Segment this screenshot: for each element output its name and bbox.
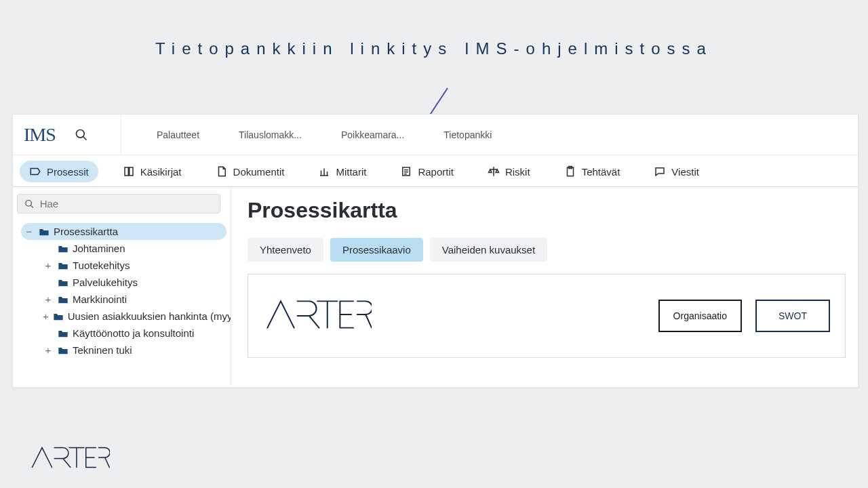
topnav-tietopankki[interactable]: Tietopankki [443, 129, 492, 140]
tab-label: Raportit [418, 166, 454, 178]
tab-label: Viestit [671, 166, 699, 178]
tree-item-palvelukehitys[interactable]: Palvelukehitys [40, 274, 226, 291]
tab-prosessit[interactable]: Prosessit [20, 161, 98, 182]
folder-icon [58, 278, 68, 287]
tab-label: Tehtävät [582, 166, 620, 178]
tab-label: Dokumentit [233, 166, 285, 178]
folder-icon [58, 329, 68, 338]
subtab-yhteenveto[interactable]: Yhteenveto [248, 238, 323, 262]
sidebar-search-input[interactable] [40, 198, 213, 209]
tree-item-kayttoonotto[interactable]: Käyttöönotto ja konsultointi [40, 325, 226, 342]
tree-item-tekninen-tuki[interactable]: + Tekninen tuki [40, 342, 226, 359]
arter-logo-icon [263, 296, 372, 333]
svg-line-3 [83, 136, 86, 140]
scale-icon [488, 165, 500, 178]
tab-tehtavat[interactable]: Tehtävät [555, 161, 630, 182]
tab-mittarit[interactable]: Mittarit [309, 161, 376, 182]
tabbar: Prosessit Käsikirjat Dokumentit Mittarit… [13, 155, 858, 187]
tab-label: Käsikirjat [140, 166, 182, 178]
tree-label: Johtaminen [73, 243, 125, 254]
page-title: Prosessikartta [248, 198, 842, 223]
tree-item-markkinointi[interactable]: + Markkinointi [40, 291, 226, 308]
subtab-prosessikaavio[interactable]: Prosessikaavio [330, 238, 423, 262]
tree-item-uusien-asiakkuuksien[interactable]: + Uusien asiakkuuksien hankinta (myynti) [40, 308, 226, 325]
expand-icon[interactable]: + [43, 260, 54, 271]
topnav-poikkeamaraportit[interactable]: Poikkeamara... [341, 129, 404, 140]
subtab-vaiheiden-kuvaukset[interactable]: Vaiheiden kuvaukset [430, 238, 547, 262]
svg-point-2 [76, 129, 84, 138]
expand-icon[interactable]: + [43, 310, 49, 322]
canvas-nodes: Organisaatio SWOT [658, 300, 830, 332]
chart-icon [318, 165, 330, 178]
tab-label: Riskit [505, 166, 530, 178]
message-icon [654, 165, 666, 178]
workspace: − Prosessikartta Johtaminen + [13, 187, 858, 385]
tree-label: Markkinointi [73, 293, 127, 305]
tag-icon [29, 165, 41, 178]
document-icon [216, 165, 228, 178]
search-icon[interactable] [75, 128, 88, 142]
tab-kasikirjat[interactable]: Käsikirjat [113, 161, 191, 182]
tree-item-johtaminen[interactable]: Johtaminen [40, 240, 226, 257]
folder-icon [39, 227, 50, 237]
folder-icon [58, 244, 68, 253]
tree-label: Tekninen tuki [73, 344, 132, 356]
clipboard-icon [564, 165, 576, 178]
logo-box: IMS [13, 115, 121, 155]
tree-label: Uusien asiakkuuksien hankinta (myynti) [68, 310, 231, 322]
tab-label: Mittarit [336, 166, 366, 178]
tree-label: Prosessikartta [54, 226, 118, 237]
tab-dokumentit[interactable]: Dokumentit [206, 161, 294, 182]
topnav-palautteet[interactable]: Palautteet [157, 129, 199, 140]
tab-riskit[interactable]: Riskit [478, 161, 540, 182]
svg-line-8 [31, 205, 33, 207]
tree-label: Palvelukehitys [73, 277, 138, 288]
folder-icon [53, 312, 64, 321]
expand-icon[interactable]: + [43, 344, 54, 356]
search-icon [24, 199, 35, 209]
folder-icon [58, 295, 68, 304]
app-window: IMS Palautteet Tilauslomakk... Poikkeama… [12, 114, 859, 388]
arter-logo [263, 296, 372, 336]
tree-root-prosessikartta[interactable]: − Prosessikartta [21, 223, 226, 240]
footer-arter-logo [28, 444, 110, 476]
folder-icon [58, 261, 68, 270]
node-organisaatio[interactable]: Organisaatio [658, 300, 742, 332]
expand-icon[interactable]: + [43, 293, 54, 305]
tab-raportit[interactable]: Raportit [391, 161, 463, 182]
tab-viestit[interactable]: Viestit [644, 161, 709, 182]
main-panel: Prosessikartta Yhteenveto Prosessikaavio… [231, 187, 858, 385]
subtabs: Yhteenveto Prosessikaavio Vaiheiden kuva… [248, 238, 842, 262]
tree-item-tuotekehitys[interactable]: + Tuotekehitys [40, 257, 226, 274]
process-canvas: Organisaatio SWOT [248, 274, 846, 358]
tree-label: Tuotekehitys [73, 260, 130, 271]
svg-point-7 [26, 200, 32, 206]
sidebar-search[interactable] [17, 194, 220, 214]
tree-label: Käyttöönotto ja konsultointi [73, 327, 194, 339]
book-icon [123, 165, 135, 178]
arter-logo-icon [28, 444, 110, 471]
slide-title: Tietopankkiin linkitys IMS-ohjelmistossa [0, 0, 868, 64]
sidebar: − Prosessikartta Johtaminen + [13, 187, 231, 385]
folder-icon [58, 346, 68, 355]
ims-logo: IMS [24, 124, 56, 146]
report-icon [400, 165, 412, 178]
topnav-tilauslomakkeet[interactable]: Tilauslomakk... [239, 129, 302, 140]
tab-label: Prosessit [47, 166, 89, 178]
sidebar-tree: − Prosessikartta Johtaminen + [17, 223, 226, 359]
topnav: Palautteet Tilauslomakk... Poikkeamara..… [121, 129, 492, 140]
topbar: IMS Palautteet Tilauslomakk... Poikkeama… [13, 115, 858, 155]
node-swot[interactable]: SWOT [755, 300, 830, 332]
collapse-icon[interactable]: − [24, 226, 35, 237]
